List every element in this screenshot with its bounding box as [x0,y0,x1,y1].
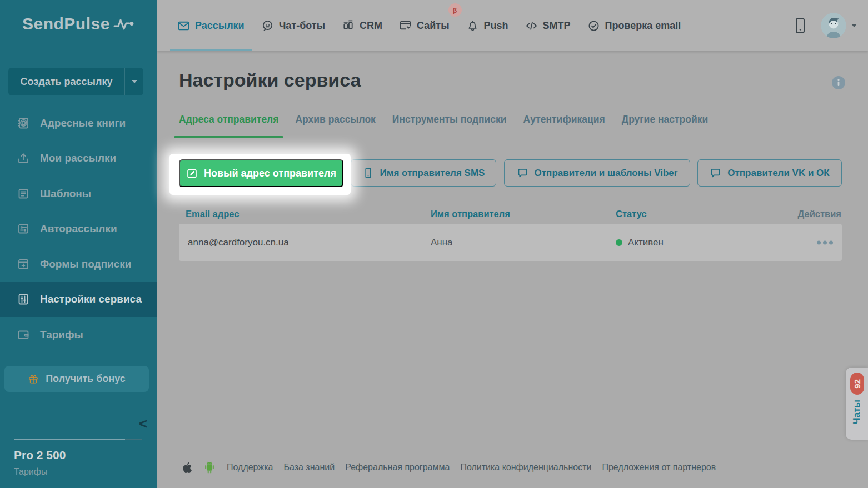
sender-status: Активен [616,237,664,248]
automation-icon [17,222,30,235]
viber-senders-label: Отправители и шаблоны Viber [535,168,678,179]
viber-senders-button[interactable]: Отправители и шаблоны Viber [504,159,690,187]
info-icon[interactable] [831,76,846,90]
tab-sender-addresses[interactable]: Адреса отправителя [179,114,278,138]
top-navigation-bar: Рассылки Чат-боты CRM Сайты β Push SM [157,0,868,51]
sidebar-item-pricing[interactable]: Тарифы [0,317,157,353]
beta-badge: β [448,3,462,17]
vk-ok-senders-button[interactable]: Отправители VK и ОК [697,159,842,187]
sidebar-item-label: Настройки сервиса [40,293,142,305]
nav-label: Чат-боты [279,20,325,32]
nav-item-crm[interactable]: CRM [342,0,382,51]
sms-sender-name-button[interactable]: Имя отправителя SMS [351,159,496,187]
gift-icon [28,374,39,385]
footer-link-privacy-policy[interactable]: Политика конфиденциальности [460,462,591,472]
code-icon [525,19,538,32]
footer-link-knowledge-base[interactable]: База знаний [283,462,335,472]
crm-icon [342,19,355,32]
pulse-icon [113,16,136,32]
settings-sliders-icon [17,293,30,306]
sidebar-item-label: Шаблоны [40,188,91,200]
bell-icon [466,19,479,32]
chats-panel-toggle[interactable]: 92 Чаты [846,368,868,440]
new-sender-address-label: Новый адрес отправителя [204,168,336,179]
status-badge: Активен [628,237,664,248]
tabs-divider [179,140,868,140]
create-campaign-label: Создать рассылку [8,76,124,88]
sidebar-item-address-books[interactable]: Адресные книги [0,105,157,141]
column-header-sender-name: Имя отправителя [431,209,510,219]
nav-item-push[interactable]: Push [466,0,508,51]
sidebar-item-my-campaigns[interactable]: Мои рассылки [0,141,157,177]
nav-label: Сайты [417,20,449,32]
footer: Поддержка База знаний Реферальная програ… [181,458,716,477]
sidebar-item-subscription-forms[interactable]: Формы подписки [0,246,157,282]
tab-authentication[interactable]: Аутентификация [523,114,605,138]
sender-name: Анна [431,237,453,248]
table-row: anna@cardforyou.cn.ua Анна Активен [179,224,842,261]
row-actions-menu-icon[interactable] [817,240,833,244]
mobile-app-icon[interactable] [794,17,806,34]
sidebar-item-label: Мои рассылки [40,152,116,164]
sidebar: SendPulse Создать рассылку Адресные книг… [0,0,157,488]
envelope-icon [177,19,190,32]
plan-name: Pro 2 500 [14,449,66,462]
address-book-icon [17,117,30,130]
nav-item-campaigns[interactable]: Рассылки [177,0,245,51]
chats-unread-badge: 92 [850,373,864,395]
status-dot-icon [616,239,622,246]
sidebar-item-autocampaigns[interactable]: Авторассылки [0,212,157,247]
logo-text: SendPulse [22,14,110,33]
send-icon [17,152,30,165]
account-menu[interactable] [821,13,857,38]
chevron-down-icon [851,24,857,27]
tab-campaign-archive[interactable]: Архив рассылок [295,114,375,138]
get-bonus-label: Получить бонус [46,373,126,385]
speech-bubble-icon [710,167,721,179]
sites-icon [399,19,412,32]
product-nav: Рассылки Чат-боты CRM Сайты β Push SM [177,0,681,51]
sidebar-item-label: Формы подписки [40,258,132,270]
sidebar-collapse-button[interactable]: < [139,416,147,431]
chats-label: Чаты [851,400,862,424]
footer-link-referral-program[interactable]: Реферальная программа [345,462,450,472]
tab-subscription-tools[interactable]: Инструменты подписки [392,114,507,138]
create-campaign-dropdown[interactable] [124,68,143,95]
settings-tabs: Адреса отправителя Архив рассылок Инстру… [179,114,708,138]
sidebar-item-label: Тарифы [40,329,83,341]
apple-icon[interactable] [181,461,192,475]
column-header-actions: Действия [798,209,841,219]
column-header-email: Email адрес [186,209,239,219]
sms-sender-name-label: Имя отправителя SMS [380,168,485,179]
vk-ok-senders-label: Отправители VK и ОК [727,168,829,179]
create-campaign-button[interactable]: Создать рассылку [8,68,143,95]
get-bonus-button[interactable]: Получить бонус [4,366,149,392]
form-icon [17,258,30,271]
nav-item-smtp[interactable]: SMTP [525,0,571,51]
footer-link-support[interactable]: Поддержка [227,462,273,472]
nav-item-email-verification[interactable]: Проверка email [587,0,681,51]
main-content: Настройки сервиса Адреса отправителя Арх… [157,51,868,488]
footer-link-partner-offers[interactable]: Предложения от партнеров [602,462,716,472]
android-icon[interactable] [203,460,216,475]
avatar [821,13,846,38]
nav-label: Push [484,20,508,32]
speech-bubble-icon [517,167,528,179]
topbar-right-cluster [794,13,857,38]
sendpulse-logo[interactable]: SendPulse [22,14,136,33]
sidebar-item-templates[interactable]: Шаблоны [0,176,157,212]
sendpulse-app: SendPulse Создать рассылку Адресные книг… [0,0,868,488]
check-circle-icon [587,19,600,32]
new-sender-address-button[interactable]: Новый адрес отправителя [179,159,343,187]
tab-other-settings[interactable]: Другие настройки [622,114,709,138]
nav-item-chatbots[interactable]: Чат-боты [261,0,325,51]
senders-table-header: Email адрес Имя отправителя Статус Дейст… [157,209,868,221]
smartphone-icon [362,167,374,179]
plan-pricing-link[interactable]: Тарифы [14,467,47,477]
template-icon [17,187,30,200]
sidebar-item-service-settings[interactable]: Настройки сервиса [0,282,157,318]
plan-usage-progressbar [14,439,142,440]
sidebar-item-label: Авторассылки [40,223,117,235]
nav-item-sites[interactable]: Сайты β [399,0,449,51]
chatbot-icon [261,19,274,32]
